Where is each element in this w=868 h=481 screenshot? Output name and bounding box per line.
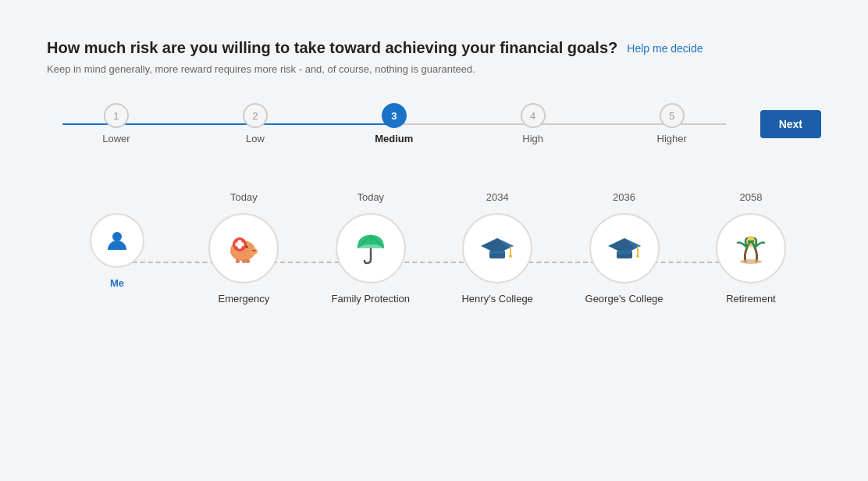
timeline-year-retirement: 2058 [739, 191, 762, 205]
timeline-icon-emergency[interactable] [208, 213, 279, 283]
svg-rect-9 [236, 259, 240, 263]
risk-step-5[interactable]: 5 Higher [603, 103, 742, 144]
georges-college-icon [603, 227, 646, 269]
timeline-name-emergency: Emergency [219, 293, 270, 305]
svg-marker-27 [617, 251, 632, 254]
retirement-icon [730, 227, 772, 269]
svg-marker-21 [489, 251, 505, 254]
page-container: How much risk are you willing to take to… [47, 39, 821, 305]
timeline-item-emergency: Today [189, 191, 298, 305]
risk-label-2: Low [246, 133, 265, 144]
timeline-item-me: Me [62, 191, 172, 289]
risk-track: 1 Lower 2 Low 3 Medium 4 High 5 Higher [47, 103, 742, 144]
question-title-row: How much risk are you willing to take to… [47, 39, 821, 57]
timeline-icon-family[interactable] [336, 213, 406, 283]
timeline-item-georges-college: 2036 George's College [570, 191, 679, 305]
timeline-icon-henrys-college[interactable] [462, 213, 532, 283]
svg-point-5 [254, 250, 256, 251]
family-icon [350, 227, 392, 269]
risk-label-1: Lower [102, 133, 130, 144]
risk-selector-row: 1 Lower 2 Low 3 Medium 4 High 5 Higher N… [47, 103, 821, 144]
me-icon [103, 226, 131, 255]
henrys-college-icon [476, 227, 518, 269]
risk-circle-4[interactable]: 4 [521, 103, 546, 128]
risk-circle-3[interactable]: 3 [382, 103, 407, 128]
risk-circle-1[interactable]: 1 [104, 103, 129, 128]
risk-label-5: Higher [657, 133, 687, 144]
svg-rect-14 [236, 243, 244, 247]
timeline-year-henrys-college: 2034 [486, 191, 509, 205]
timeline-name-retirement: Retirement [726, 293, 776, 305]
timeline-year-georges-college: 2036 [613, 191, 635, 205]
timeline-icon-retirement[interactable] [716, 213, 786, 283]
timeline-item-retirement: 2058 [696, 191, 806, 305]
svg-rect-11 [246, 259, 250, 263]
risk-label-3: Medium [375, 133, 413, 144]
help-link[interactable]: Help me decide [627, 42, 703, 55]
timeline-year-family: Today [357, 191, 384, 205]
svg-point-3 [250, 248, 258, 255]
question-subtitle: Keep in mind generally, more reward requ… [47, 63, 821, 75]
timeline-name-georges-college: George's College [585, 293, 663, 305]
timeline-icon-georges-college[interactable] [589, 213, 660, 283]
risk-step-2[interactable]: 2 Low [186, 103, 325, 144]
timeline-item-family: Today [316, 191, 425, 305]
timeline-name-family: Family Protection [332, 293, 410, 305]
timeline-section: Me Today [47, 191, 821, 305]
question-title: How much risk are you willing to take to… [47, 39, 617, 57]
timeline-item-henrys-college: 2034 Henry' [443, 191, 552, 305]
emergency-icon [222, 227, 265, 269]
svg-point-0 [112, 232, 122, 241]
risk-step-4[interactable]: 4 High [464, 103, 603, 144]
timeline-items: Me Today [62, 191, 806, 305]
risk-label-4: High [522, 133, 543, 144]
next-button[interactable]: Next [760, 110, 821, 138]
svg-point-32 [740, 259, 762, 264]
risk-circle-2[interactable]: 2 [243, 103, 268, 128]
risk-step-1[interactable]: 1 Lower [47, 103, 186, 144]
timeline-name-henrys-college: Henry's College [461, 293, 532, 305]
timeline-year-emergency: Today [230, 191, 258, 205]
svg-point-29 [636, 255, 639, 258]
svg-point-23 [509, 255, 512, 258]
timeline-icon-me[interactable] [90, 213, 144, 268]
timeline-name-me: Me [110, 277, 124, 289]
risk-circle-5[interactable]: 5 [660, 103, 685, 128]
risk-step-3[interactable]: 3 Medium [325, 103, 464, 144]
svg-rect-10 [242, 259, 246, 263]
svg-point-4 [252, 250, 254, 251]
